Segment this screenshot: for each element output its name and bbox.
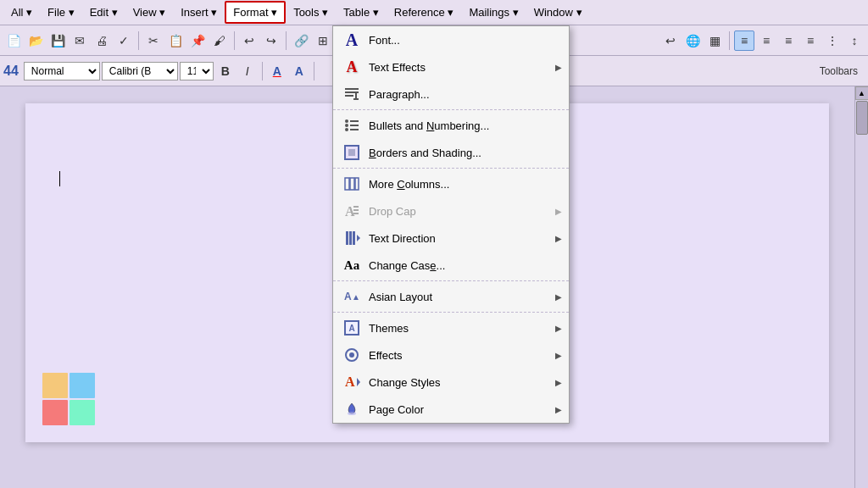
paste-button[interactable]: 📌 [187, 30, 208, 51]
svg-text:A: A [345, 374, 355, 389]
menu-item-text-effects[interactable]: A Text Effects ▶ [333, 53, 569, 80]
toolbar-separator-3 [286, 31, 287, 50]
align-center-button[interactable]: ≡ [756, 30, 776, 51]
size-select[interactable]: 11 [180, 62, 214, 80]
menu-tools[interactable]: Tools ▾ [286, 2, 336, 23]
toolbar-separator-5 [729, 31, 730, 50]
align-right-button[interactable]: ≡ [778, 30, 798, 51]
hyperlink-button[interactable]: 🔗 [291, 30, 311, 51]
menu-item-change-styles[interactable]: A Change Styles ▶ [333, 369, 569, 396]
svg-rect-6 [350, 120, 359, 122]
font-icon: A [340, 30, 364, 50]
spellcheck-button[interactable]: ✓ [114, 30, 134, 51]
menu-window[interactable]: Window ▾ [526, 2, 590, 23]
menu-item-effects[interactable]: Effects ▶ [333, 341, 569, 369]
text-direction-icon [340, 228, 364, 248]
menu-item-font[interactable]: A Font... [333, 26, 569, 53]
themes-label: Themes [369, 322, 555, 335]
scroll-up-button[interactable]: ▲ [855, 86, 869, 100]
asian-layout-arrow: ▶ [555, 292, 562, 302]
menu-all[interactable]: All ▾ [3, 2, 40, 23]
undo-button[interactable]: ↩ [239, 30, 259, 51]
style-select[interactable]: Normal [24, 62, 100, 80]
thumbnail-grid [42, 373, 95, 425]
menu-item-borders[interactable]: Borders and Shading... [333, 139, 569, 166]
menu-item-themes[interactable]: A Themes ▶ [333, 314, 569, 341]
text-direction-label: Text Direction [369, 232, 555, 245]
table-button[interactable]: ⊞ [313, 30, 333, 51]
new-doc-button[interactable]: 📄 [3, 30, 24, 51]
svg-rect-11 [345, 178, 349, 190]
cursor [59, 171, 60, 186]
drop-cap-icon: A [340, 201, 364, 221]
svg-rect-8 [350, 125, 359, 126]
text-direction-arrow: ▶ [555, 234, 562, 243]
menu-item-paragraph[interactable]: Paragraph... [333, 80, 569, 108]
svg-point-5 [345, 119, 348, 123]
thumb-blue [70, 373, 95, 398]
asian-layout-label: Asian Layout [369, 291, 555, 303]
justify-button[interactable]: ≡ [800, 30, 821, 51]
email-button[interactable]: ✉ [70, 30, 90, 51]
align-left-button[interactable]: ≡ [734, 30, 754, 51]
menu-item-text-direction[interactable]: Text Direction ▶ [333, 225, 569, 252]
columns-label: More Columns... [369, 178, 562, 191]
menu-format[interactable]: Format ▾ [225, 1, 286, 24]
format-paint-button[interactable]: 🖌 [209, 30, 230, 51]
open-button[interactable]: 📂 [25, 30, 46, 51]
menu-insert[interactable]: Insert ▾ [173, 2, 225, 23]
svg-rect-17 [353, 213, 359, 214]
cut-button[interactable]: ✂ [143, 30, 164, 51]
svg-text:A: A [344, 291, 352, 302]
format-dropdown-menu: A Font... A Text Effects ▶ P [332, 25, 570, 424]
themes-arrow: ▶ [555, 324, 562, 333]
menu-file[interactable]: File ▾ [40, 2, 82, 23]
copy-button[interactable]: 📋 [165, 30, 186, 51]
menu-item-page-color[interactable]: Page Color ▶ [333, 396, 569, 423]
page-color-label: Page Color [369, 403, 555, 416]
menu-item-drop-cap[interactable]: A Drop Cap ▶ [333, 197, 569, 225]
save-button[interactable]: 💾 [47, 30, 68, 51]
print-preview-button[interactable]: 🖨 [92, 30, 112, 51]
page-color-icon [340, 399, 364, 419]
svg-rect-16 [353, 209, 359, 211]
menu-table[interactable]: Table ▾ [336, 2, 387, 23]
redo-button[interactable]: ↪ [261, 30, 281, 51]
borders-label: Borders and Shading... [369, 147, 562, 159]
highlight-button[interactable]: A [289, 61, 309, 81]
thumb-red [42, 400, 68, 425]
svg-rect-15 [353, 206, 359, 208]
scroll-track[interactable] [855, 100, 868, 488]
menu-mailings[interactable]: Mailings ▾ [461, 2, 526, 23]
menu-item-change-case[interactable]: Aa Change Case... [333, 252, 569, 279]
columns-icon [340, 174, 364, 194]
resize-button[interactable]: ↕ [844, 30, 865, 51]
svg-rect-10 [350, 129, 359, 130]
svg-point-28 [348, 412, 356, 415]
svg-point-7 [345, 124, 348, 127]
menu-item-asian-layout[interactable]: A ▲ Asian Layout ▶ [333, 283, 569, 310]
svg-marker-27 [357, 378, 360, 386]
menu-item-bullets[interactable]: Bullets and Numbering... [333, 112, 569, 139]
undo2-button[interactable]: ↩ [660, 30, 681, 51]
menu-bar: All ▾ File ▾ Edit ▾ View ▾ Insert ▾ Form… [0, 0, 868, 25]
bullets-icon [340, 115, 364, 136]
menu-item-columns[interactable]: More Columns... [333, 170, 569, 197]
thumb-yellow [42, 373, 68, 398]
font-color-button[interactable]: A [267, 61, 287, 81]
menu-view[interactable]: View ▾ [125, 2, 174, 23]
columns-button[interactable]: ⋮ [822, 30, 843, 51]
menu-reference[interactable]: Reference ▾ [387, 2, 462, 23]
effects-icon [340, 345, 364, 365]
change-styles-label: Change Styles [369, 376, 555, 389]
themes-icon: A [340, 318, 364, 338]
globe-button[interactable]: 🌐 [682, 30, 703, 51]
scroll-thumb[interactable] [856, 101, 868, 135]
bold-button[interactable]: B [215, 61, 236, 81]
grid-button[interactable]: ▦ [704, 30, 725, 51]
svg-marker-21 [357, 235, 360, 241]
menu-edit[interactable]: Edit ▾ [82, 2, 125, 23]
italic-button[interactable]: I [237, 61, 258, 81]
drop-cap-arrow: ▶ [555, 207, 562, 216]
font-select[interactable]: Calibri (B [102, 62, 178, 80]
